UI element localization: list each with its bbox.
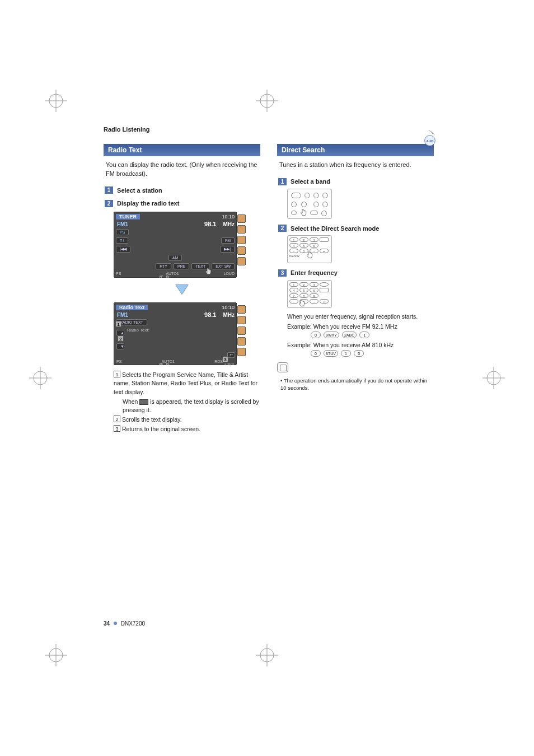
- example-1-label: Example: When you receive FM 92.1 MHz: [287, 323, 434, 330]
- key-oval: 0: [354, 350, 364, 357]
- step-label: Display the radio text: [117, 200, 179, 207]
- touch-hand-icon: [297, 299, 306, 308]
- pre-button[interactable]: PRE: [174, 263, 189, 269]
- extsw-button[interactable]: EXT SW: [212, 263, 235, 269]
- example-2-keys: 0 8TUV 1 0: [311, 349, 434, 357]
- ref-2-icon: 2: [114, 416, 120, 422]
- remote-keypad-diagram: 123 456 789 ←0→↵: [287, 280, 332, 308]
- fm-button[interactable]: FM: [221, 237, 235, 244]
- touch-hand-icon: [204, 267, 213, 276]
- page-number: 34: [104, 620, 110, 627]
- intro-text: You can display the radio text. (Only wh…: [104, 161, 260, 179]
- note-2: Scrolls the text display.: [122, 416, 182, 423]
- sub-text: When you enter frequency, signal recepti…: [287, 312, 434, 321]
- key-oval: 2ABC: [342, 332, 357, 338]
- svg-text:AUD: AUD: [427, 139, 434, 143]
- note-icon: [277, 362, 288, 372]
- side-icons: [237, 305, 246, 356]
- aud-badge-icon: AUD: [420, 128, 439, 147]
- keypad-brand-label: KENW: [289, 254, 299, 258]
- key-oval: 0: [311, 350, 321, 357]
- separator-icon: [114, 622, 117, 625]
- step-1: 1 Select a station: [105, 186, 260, 194]
- right-column: AUD Direct Search Tunes in a station whe…: [277, 144, 434, 435]
- step-3: 3 Enter frequency: [278, 269, 434, 277]
- band-label: FM1: [117, 221, 128, 227]
- frequency-unit: MHz: [223, 312, 235, 318]
- remote-keypad-diagram: 123 456 ←0→↵ KENW: [287, 235, 332, 263]
- next-button[interactable]: ▶▶|: [220, 246, 235, 253]
- side-icons: [237, 214, 246, 265]
- touch-hand-icon: [305, 251, 314, 260]
- pty-button[interactable]: PTY: [156, 263, 171, 269]
- ref-1-icon: 1: [114, 371, 120, 377]
- step-2: 2 Select the Direct Search mode: [278, 225, 434, 232]
- foot-in: IN: [166, 362, 170, 366]
- key-oval: 9WXY: [324, 332, 339, 338]
- step-num-icon: 3: [278, 269, 287, 277]
- tip-text-content: The operation ends automatically if you …: [280, 377, 427, 391]
- ps-button[interactable]: PS: [116, 229, 129, 235]
- foot-af: AF: [159, 275, 163, 278]
- crop-mark-icon: [483, 367, 505, 389]
- note-3: Returns to the original screen.: [122, 426, 200, 432]
- am-button[interactable]: AM: [168, 255, 182, 261]
- foot-rds: RDS: [214, 360, 223, 363]
- crop-mark-icon: [45, 644, 67, 666]
- notes-list: 1Selects the Program Service Name, Title…: [114, 371, 260, 434]
- arrow-down-icon: [104, 283, 260, 297]
- section-title-direct-search: Direct Search: [277, 144, 434, 156]
- breadcrumb: Radio Listening: [104, 126, 434, 133]
- scroll-down-button[interactable]: ▼: [116, 343, 124, 349]
- step-label: Select the Direct Search mode: [291, 225, 379, 232]
- ref-3-icon: 3: [114, 425, 120, 432]
- prev-button[interactable]: |◀◀: [116, 246, 130, 253]
- foot-af: AF: [159, 362, 163, 366]
- note-1b-pre: When: [123, 398, 139, 405]
- step-2: 2 Display the radio text: [105, 199, 260, 207]
- tuner-screen: TUNER 10:10 FM1 98.1 MHz PS T I FM |◀: [114, 212, 237, 278]
- crop-mark-icon: [256, 644, 278, 666]
- band-label: FM1: [117, 312, 128, 318]
- radiotext-label: Radio Text:: [127, 328, 235, 333]
- left-column: Radio Text You can display the radio tex…: [104, 144, 260, 435]
- screen-title: TUNER: [116, 214, 140, 220]
- page-footer: 34 DNX7200: [104, 620, 145, 627]
- key-oval: 8TUV: [324, 350, 338, 357]
- crop-mark-icon: [29, 367, 51, 389]
- step-label: Enter frequency: [291, 269, 338, 276]
- step-1: 1 Select a band: [278, 178, 434, 185]
- clock-label: 10:10: [222, 305, 235, 310]
- foot-ps: PS: [116, 360, 121, 363]
- step-num-icon: 2: [278, 225, 287, 232]
- model-label: DNX7200: [121, 620, 145, 627]
- foot-in: IN: [166, 275, 170, 278]
- front-panel-diagram: [287, 189, 332, 219]
- section-title-radio-text: Radio Text: [104, 144, 260, 156]
- svg-marker-18: [176, 284, 189, 294]
- step-num-icon: 2: [105, 200, 113, 207]
- example-2-label: Example: When you receive AM 810 kHz: [287, 342, 434, 348]
- intro-text: Tunes in a station when its frequency is…: [277, 161, 434, 170]
- screen-title: Radio Text: [116, 305, 148, 310]
- return-button[interactable]: ↩: [227, 352, 235, 358]
- step-label: Select a station: [117, 187, 162, 194]
- ti-button[interactable]: T I: [116, 237, 128, 244]
- key-oval: 1: [341, 350, 351, 357]
- step-num-icon: 1: [105, 186, 113, 194]
- foot-loud: LOUD: [224, 272, 235, 276]
- frequency-value: 98.1: [204, 221, 216, 227]
- note-1a: Selects the Program Service Name, Title …: [114, 371, 257, 395]
- step-num-icon: 1: [278, 178, 287, 185]
- radio-text-screen: Radio Text 10:10 FM1 98.1 MHz RADIO TEXT…: [114, 302, 237, 365]
- frequency-value: 98.1: [204, 311, 216, 318]
- callout-1: 1: [115, 321, 121, 327]
- key-oval: 1: [359, 332, 369, 338]
- crop-mark-icon: [45, 90, 67, 112]
- tip-text: • The operation ends automatically if yo…: [280, 377, 434, 392]
- clock-label: 10:10: [222, 214, 235, 220]
- scroll-icon: [139, 399, 148, 405]
- step-label: Select a band: [291, 178, 330, 185]
- example-1-keys: 0 9WXY 2ABC 1: [311, 331, 434, 338]
- crop-mark-icon: [256, 90, 278, 112]
